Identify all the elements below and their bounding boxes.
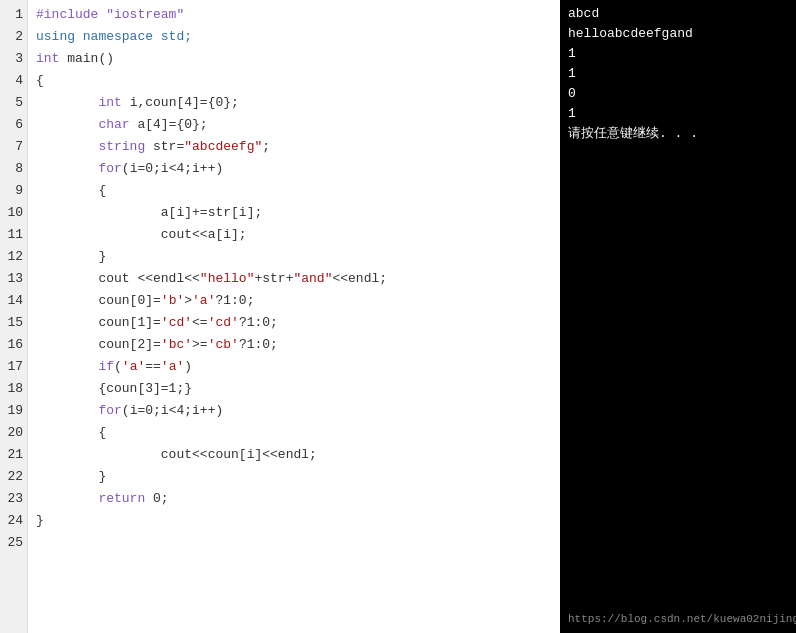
code-line: { (36, 70, 552, 92)
code-line: } (36, 510, 552, 532)
line-number: 8 (0, 158, 23, 180)
line-number: 21 (0, 444, 23, 466)
code-line: for(i=0;i<4;i++) (36, 158, 552, 180)
line-number: 4 (0, 70, 23, 92)
line-number: 16 (0, 334, 23, 356)
terminal-line: 请按任意键继续. . . (568, 124, 788, 144)
terminal-footer: https://blog.csdn.net/kuewa02nijing (560, 609, 796, 629)
line-number: 17 (0, 356, 23, 378)
code-line: { (36, 422, 552, 444)
code-line: } (36, 246, 552, 268)
terminal-line: 1 (568, 64, 788, 84)
code-line: string str="abcdeefg"; (36, 136, 552, 158)
line-number: 25 (0, 532, 23, 554)
code-line: int i,coun[4]={0}; (36, 92, 552, 114)
terminal-panel: abcdhelloabcdeefgand1101请按任意键继续. . . htt… (560, 0, 796, 633)
line-number: 2 (0, 26, 23, 48)
terminal-line: abcd (568, 4, 788, 24)
line-number: 5 (0, 92, 23, 114)
terminal-line: helloabcdeefgand (568, 24, 788, 44)
code-line: {coun[3]=1;} (36, 378, 552, 400)
code-editor: 1234567891011121314151617181920212223242… (0, 0, 560, 633)
code-line: { (36, 180, 552, 202)
line-number: 9 (0, 180, 23, 202)
line-number: 15 (0, 312, 23, 334)
code-line: cout <<endl<<"hello"+str+"and"<<endl; (36, 268, 552, 290)
line-numbers: 1234567891011121314151617181920212223242… (0, 0, 28, 633)
line-number: 7 (0, 136, 23, 158)
code-line: a[i]+=str[i]; (36, 202, 552, 224)
terminal-output: abcdhelloabcdeefgand1101请按任意键继续. . . (568, 4, 788, 144)
terminal-line: 0 (568, 84, 788, 104)
code-line: char a[4]={0}; (36, 114, 552, 136)
code-line: } (36, 466, 552, 488)
line-number: 20 (0, 422, 23, 444)
line-number: 24 (0, 510, 23, 532)
line-number: 13 (0, 268, 23, 290)
terminal-line: 1 (568, 44, 788, 64)
line-number: 19 (0, 400, 23, 422)
line-number: 23 (0, 488, 23, 510)
code-line: #include "iostream" (36, 4, 552, 26)
code-line: coun[1]='cd'<='cd'?1:0; (36, 312, 552, 334)
code-line: using namespace std; (36, 26, 552, 48)
line-number: 22 (0, 466, 23, 488)
line-number: 18 (0, 378, 23, 400)
code-line: if('a'=='a') (36, 356, 552, 378)
code-line: coun[0]='b'>'a'?1:0; (36, 290, 552, 312)
code-line: coun[2]='bc'>='cb'?1:0; (36, 334, 552, 356)
line-number: 11 (0, 224, 23, 246)
line-number: 6 (0, 114, 23, 136)
code-line: cout<<a[i]; (36, 224, 552, 246)
code-line: for(i=0;i<4;i++) (36, 400, 552, 422)
line-number: 1 (0, 4, 23, 26)
line-number: 3 (0, 48, 23, 70)
line-number: 14 (0, 290, 23, 312)
code-line: return 0; (36, 488, 552, 510)
line-number: 10 (0, 202, 23, 224)
code-content: #include "iostream"using namespace std;i… (28, 0, 560, 633)
terminal-line: 1 (568, 104, 788, 124)
code-line (36, 532, 552, 554)
code-line: int main() (36, 48, 552, 70)
line-number: 12 (0, 246, 23, 268)
code-line: cout<<coun[i]<<endl; (36, 444, 552, 466)
